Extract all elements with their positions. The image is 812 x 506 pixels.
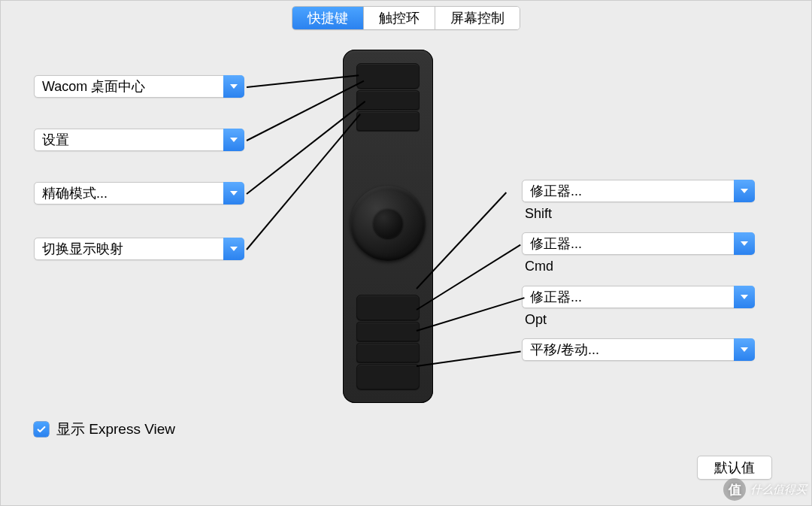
- dropdown-expresskey-6[interactable]: 修正器...: [522, 232, 755, 255]
- dropdown-arrow[interactable]: [223, 129, 244, 151]
- chevron-down-icon: [230, 191, 238, 195]
- sublabel-cmd: Cmd: [525, 259, 553, 274]
- watermark-text: 什么值得买: [750, 483, 807, 497]
- watermark: 值 什么值得买: [723, 478, 807, 501]
- dropdown-label: 设置: [42, 131, 69, 149]
- device-diagram: [343, 50, 433, 403]
- dropdown-expresskey-8[interactable]: 平移/卷动...: [522, 338, 755, 361]
- dropdown-arrow[interactable]: [734, 286, 755, 308]
- dropdown-arrow[interactable]: [734, 338, 755, 361]
- tab-bar: 快捷键 触控环 屏幕控制: [292, 6, 520, 30]
- default-button[interactable]: 默认值: [697, 456, 772, 480]
- chevron-down-icon: [741, 241, 748, 246]
- sublabel-shift: Shift: [525, 206, 552, 222]
- device-touch-ring: [350, 186, 426, 261]
- dropdown-label: Wacom 桌面中心: [42, 77, 145, 95]
- device-button-bot-3: [356, 343, 420, 362]
- dropdown-arrow[interactable]: [223, 238, 244, 260]
- device-button-top-1: [356, 63, 420, 89]
- dropdown-label: 修正器...: [530, 288, 582, 306]
- device-button-top-3: [356, 111, 420, 131]
- chevron-down-icon: [230, 84, 238, 89]
- connector-line: [247, 74, 359, 88]
- tab-shortcut[interactable]: 快捷键: [292, 7, 364, 29]
- check-icon: [36, 424, 47, 435]
- dropdown-arrow[interactable]: [223, 182, 244, 205]
- chevron-down-icon: [230, 138, 238, 142]
- dropdown-label: 修正器...: [530, 235, 582, 253]
- dropdown-arrow[interactable]: [734, 232, 755, 255]
- tab-touchring[interactable]: 触控环: [364, 7, 435, 29]
- dropdown-label: 修正器...: [530, 182, 582, 200]
- dropdown-arrow[interactable]: [734, 180, 755, 202]
- checkbox-label: 显示 Express View: [56, 420, 175, 439]
- checkbox-express-view[interactable]: [34, 422, 49, 437]
- dropdown-expresskey-2[interactable]: 设置: [34, 129, 244, 151]
- dropdown-expresskey-3[interactable]: 精确模式...: [34, 182, 244, 205]
- dropdown-label: 切换显示映射: [42, 240, 123, 258]
- chevron-down-icon: [741, 189, 748, 193]
- dropdown-label: 精确模式...: [42, 184, 108, 202]
- dropdown-arrow[interactable]: [223, 75, 244, 98]
- dropdown-expresskey-7[interactable]: 修正器...: [522, 286, 755, 308]
- chevron-down-icon: [230, 247, 238, 251]
- device-button-top-2: [356, 90, 420, 110]
- device-button-bot-1: [356, 295, 420, 320]
- tab-screen-control[interactable]: 屏幕控制: [435, 7, 520, 29]
- dropdown-expresskey-4[interactable]: 切换显示映射: [34, 238, 244, 260]
- chevron-down-icon: [741, 295, 748, 299]
- device-button-bot-2: [356, 322, 420, 341]
- watermark-badge-icon: 值: [723, 478, 746, 501]
- dropdown-expresskey-5[interactable]: 修正器...: [522, 180, 755, 202]
- checkbox-express-view-row[interactable]: 显示 Express View: [34, 420, 175, 439]
- chevron-down-icon: [741, 347, 748, 352]
- sublabel-opt: Opt: [525, 312, 547, 328]
- device-button-bot-4: [356, 364, 420, 389]
- dropdown-label: 平移/卷动...: [530, 341, 599, 359]
- dropdown-expresskey-1[interactable]: Wacom 桌面中心: [34, 75, 244, 98]
